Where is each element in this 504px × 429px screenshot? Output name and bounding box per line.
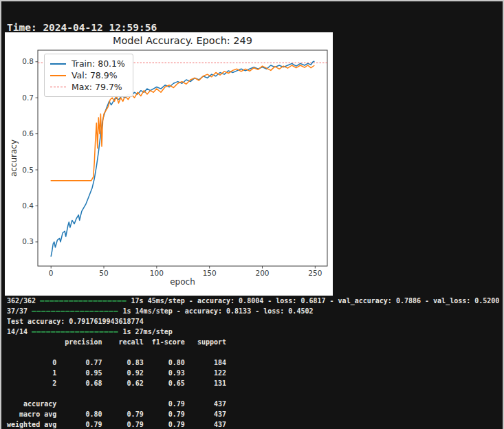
legend-label: Max: 79.7% [72,82,122,92]
terminal-line: 37/37 ━━━━━━━━━━━━━━━━━━ 1s 14ms/step - … [7,306,499,316]
terminal-text: macro avg 0.80 0.79 0.79 437 [7,410,226,418]
progress-bar: ━━━━━━━━━━━━━━━━━━ [32,328,118,336]
legend-item: Max: 79.7% [50,81,125,93]
terminal-text [7,349,11,356]
terminal-text: weighted avg 0.79 0.79 0.79 437 [7,421,226,428]
legend-label: Val: 78.9% [72,70,118,80]
legend-line-swatch [50,87,66,87]
terminal-line: weighted avg 0.79 0.79 0.79 437 [7,419,499,429]
terminal-text: 14/14 [7,328,32,336]
terminal-line: 2 0.68 0.62 0.65 131 [7,378,499,388]
accuracy-figure: 0501001502002500.30.40.50.60.70.8 Model … [5,32,333,296]
terminal-line: 362/362 ━━━━━━━━━━━━━━━━━━ 17s 45ms/step… [7,296,499,306]
y-tick-label: 0.5 [22,166,34,174]
terminal-text: 1s 14ms/step - accuracy: 0.8133 - loss: … [119,307,314,315]
terminal-line: Test accuracy: 0.7917619943618774 [7,316,499,327]
x-tick-label: 50 [99,269,108,277]
terminal-line: 14/14 ━━━━━━━━━━━━━━━━━━ 1s 27ms/step [7,327,499,337]
terminal-text: 1s 27ms/step [119,328,173,336]
legend-label: Train: 80.1% [72,58,125,69]
legend-line-swatch [50,75,66,76]
y-tick-label: 0.8 [22,57,34,65]
x-axis-label: epoch [38,277,327,287]
progress-bar: ━━━━━━━━━━━━━━━━━━ [40,297,127,305]
y-tick-label: 0.3 [22,237,34,245]
terminal-line: 0 0.77 0.83 0.80 184 [7,358,499,368]
terminal-line: 1 0.95 0.92 0.93 122 [7,368,499,378]
terminal-text: 17s 45ms/step - accuracy: 0.8004 - loss:… [127,297,500,305]
terminal-window: Time: 2024-04-12 12:59:56 Started: 1:05:… [0,0,504,429]
terminal-text: 0 0.77 0.83 0.80 184 [7,359,226,366]
terminal-text: 362/362 [7,297,40,305]
terminal-output: 362/362 ━━━━━━━━━━━━━━━━━━ 17s 45ms/step… [7,296,499,429]
x-tick-label: 200 [255,269,269,277]
y-tick-label: 0.7 [22,94,34,102]
terminal-text: 37/37 [7,307,32,315]
y-tick-label: 0.4 [22,201,34,210]
y-tick-label: 0.6 [22,129,34,138]
terminal-line [7,347,499,358]
terminal-text: Test accuracy: 0.7917619943618774 [7,318,144,325]
terminal-line: macro avg 0.80 0.79 0.79 437 [7,409,499,419]
legend-item: Val: 78.9% [50,69,125,81]
terminal-text: precision recall f1-score support [7,338,226,346]
x-tick-label: 150 [203,269,217,277]
terminal-line: accuracy 0.79 437 [7,399,499,409]
terminal-text: 2 0.68 0.62 0.65 131 [7,380,226,387]
terminal-text [7,390,11,397]
legend-item: Train: 80.1% [50,58,125,69]
terminal-line: precision recall f1-score support [7,337,499,347]
x-tick-label: 0 [49,269,54,277]
chart-legend: Train: 80.1%Val: 78.9%Max: 79.7% [44,54,133,97]
terminal-text: 1 0.95 0.92 0.93 122 [7,369,226,377]
x-tick-label: 100 [150,269,164,277]
x-tick-label: 250 [308,269,322,277]
chart-title: Model Accuracy. Epoch: 249 [38,35,327,46]
y-axis-label: accuracy [9,134,19,182]
terminal-text: accuracy 0.79 437 [7,400,226,408]
status-time: Time: 2024-04-12 12:59:56 [7,23,175,33]
progress-bar: ━━━━━━━━━━━━━━━━━━ [32,307,118,315]
terminal-line [7,388,499,399]
legend-line-swatch [50,63,66,65]
